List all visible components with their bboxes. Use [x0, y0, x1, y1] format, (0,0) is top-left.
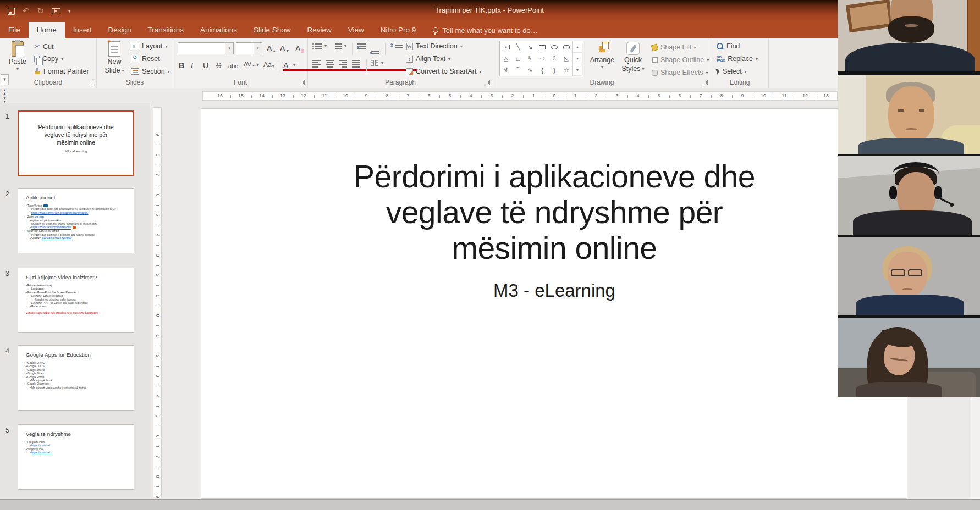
shape-oval-icon[interactable] [548, 41, 560, 53]
bold-button[interactable]: B [179, 61, 184, 70]
strikethrough-button[interactable]: abc [228, 63, 238, 69]
participant-video-5[interactable] [838, 318, 980, 397]
grow-font-button[interactable]: A▲ [267, 44, 276, 53]
shape-down-arrow-icon[interactable]: ⇩ [548, 53, 560, 64]
scroll-down-button[interactable]: ▼ [1, 74, 9, 85]
format-painter-button[interactable]: Format Painter [34, 68, 89, 75]
participant-video-3[interactable] [838, 156, 980, 235]
cut-button[interactable]: ✂ Cut [34, 42, 53, 51]
slide-thumbnail-5[interactable]: 5Vegla të ndryshme• Programi Paint• http… [0, 424, 150, 491]
bullets-button[interactable]: ▾ [312, 43, 327, 49]
shape-elbow-arrow-connector-icon[interactable]: ↳ [524, 53, 536, 64]
font-name-combo[interactable]: ▾ [178, 42, 234, 54]
slide-title[interactable]: Përdorimi i aplikacioneve dhe veglave të… [307, 159, 802, 266]
shape-arc-icon[interactable]: ⌒ [512, 64, 524, 76]
shape-arrow-icon[interactable]: ↘ [524, 41, 536, 53]
tab-slide-show[interactable]: Slide Show [245, 22, 299, 38]
undo-icon[interactable]: ↶ [23, 5, 30, 16]
next-slide-button[interactable]: ▼▼ [1, 97, 9, 103]
drawing-dialog-launcher[interactable] [703, 80, 708, 85]
tab-animations[interactable]: Animations [192, 22, 245, 38]
tab-nitro-pro-9[interactable]: Nitro Pro 9 [372, 22, 425, 38]
font-dialog-launcher[interactable] [300, 80, 305, 85]
columns-button[interactable]: ▾ [371, 60, 383, 66]
replace-button[interactable]: ab⇄ac Replace▾ [717, 55, 758, 63]
shape-fill-button[interactable]: Shape Fill▾ [652, 43, 696, 51]
shapes-scroll-up-icon[interactable]: ▲ [573, 41, 582, 53]
tell-me-box[interactable]: Tell me what you want to do… [433, 22, 537, 38]
shape-elbow-connector-icon[interactable]: ∟ [512, 53, 524, 64]
participant-video-2[interactable] [838, 75, 980, 154]
justify-button[interactable] [352, 60, 360, 68]
tab-insert[interactable]: Insert [65, 22, 100, 38]
font-name-input[interactable] [178, 43, 225, 54]
shape-rounded-rectangle-icon[interactable] [560, 41, 572, 53]
shape-curve-icon[interactable]: ∿ [524, 64, 536, 76]
text-direction-button[interactable]: A Text Direction▾ [406, 42, 463, 50]
shape-effects-button[interactable]: Shape Effects▾ [652, 69, 708, 76]
shape-scribble-icon[interactable]: ↯ [500, 64, 512, 76]
tab-view[interactable]: View [340, 22, 372, 38]
shape-right-brace-icon[interactable]: } [548, 64, 560, 76]
shrink-font-button[interactable]: A▼ [280, 44, 289, 53]
slide-thumbnail-3[interactable]: 3Si t'i krijojmë video incizimet?• Përme… [0, 268, 150, 334]
italic-button[interactable]: I [191, 61, 193, 70]
shapes-gallery[interactable]: A╲↘△∟↳⇨⇩◺↯⌒∿{}☆ ▲ ▼ ▼ [499, 41, 582, 76]
change-case-button[interactable]: Aa▾ [263, 61, 274, 69]
shapes-scroll-down-icon[interactable]: ▼ [573, 53, 582, 64]
quick-styles-button[interactable]: Quick Styles▾ [619, 42, 647, 73]
reset-button[interactable]: Reset [131, 55, 160, 63]
clear-formatting-button[interactable]: A [295, 44, 304, 53]
find-button[interactable]: Find [717, 42, 740, 50]
participant-video-1[interactable] [838, 0, 980, 71]
shape-corner-shape-icon[interactable]: ◺ [560, 53, 572, 64]
convert-to-smartart-button[interactable]: Convert to SmartArt▾ [406, 68, 481, 75]
vertical-scrollbar[interactable] [971, 397, 980, 499]
shapes-more-icon[interactable]: ▼ [573, 64, 582, 76]
shape-left-brace-icon[interactable]: { [536, 64, 548, 76]
slide-thumbnail-2[interactable]: 2Aplikacionet• TeamViewer • Përdoret për… [0, 188, 150, 254]
text-shadow-button[interactable]: S [216, 61, 221, 70]
align-left-button[interactable] [312, 60, 321, 68]
new-slide-button[interactable]: New Slide▾ [101, 41, 128, 74]
chevron-down-icon[interactable]: ▾ [225, 43, 233, 54]
layout-button[interactable]: Layout ▾ [131, 42, 168, 50]
shape-rectangle-icon[interactable] [536, 41, 548, 53]
font-size-combo[interactable]: ▾ [236, 42, 262, 54]
font-color-dropdown[interactable]: ▾ [293, 63, 295, 68]
align-right-button[interactable] [339, 60, 347, 68]
numbering-button[interactable]: ▾ [332, 43, 346, 49]
previous-slide-button[interactable]: ▲▲ [1, 88, 9, 95]
participant-video-4[interactable] [838, 237, 980, 315]
shapes-gallery-scrollbar[interactable]: ▲ ▼ ▼ [572, 41, 582, 76]
align-text-button[interactable]: ↕ Align Text▾ [406, 55, 450, 63]
current-slide[interactable]: Përdorimi i aplikacioneve dhe veglave të… [201, 108, 907, 499]
shape-star-icon[interactable]: ☆ [560, 64, 572, 76]
redo-icon[interactable]: ↻ [37, 5, 45, 16]
chevron-down-icon[interactable]: ▾ [254, 43, 262, 54]
shape-text-box-icon[interactable]: A [500, 41, 512, 53]
customize-quick-access-toolbar-icon[interactable]: ▾ [68, 9, 70, 14]
shape-outline-button[interactable]: Shape Outline▾ [652, 56, 709, 64]
paragraph-dialog-launcher[interactable] [485, 80, 490, 85]
slide-subtitle[interactable]: M3 - eLearning [307, 280, 802, 301]
paste-button[interactable]: Paste ▾ [4, 41, 31, 71]
copy-button[interactable]: Copy ▾ [34, 55, 63, 63]
tab-file[interactable]: File [0, 22, 29, 38]
tab-design[interactable]: Design [100, 22, 140, 38]
section-button[interactable]: Section ▾ [131, 68, 170, 75]
shape-triangle-icon[interactable]: △ [500, 53, 512, 64]
select-button[interactable]: Select▾ [717, 68, 747, 75]
shape-right-arrow-icon[interactable]: ⇨ [536, 53, 548, 64]
character-spacing-button[interactable]: AV↔▾ [244, 61, 259, 68]
underline-button[interactable]: U [203, 61, 208, 70]
tab-review[interactable]: Review [299, 22, 339, 38]
arrange-button[interactable]: Arrange ▾ [588, 42, 616, 70]
slide-thumbnail-1[interactable]: 1Përdorimi i aplikacioneve dheveglave të… [0, 110, 150, 177]
tab-transitions[interactable]: Transitions [140, 22, 192, 38]
align-center-button[interactable] [326, 60, 334, 68]
clipboard-dialog-launcher[interactable] [89, 80, 93, 85]
font-size-input[interactable] [236, 43, 254, 54]
tab-home[interactable]: Home [29, 22, 65, 38]
slide-thumbnail-4[interactable]: 4Google Apps for Education• Google DRIVE… [0, 345, 150, 412]
